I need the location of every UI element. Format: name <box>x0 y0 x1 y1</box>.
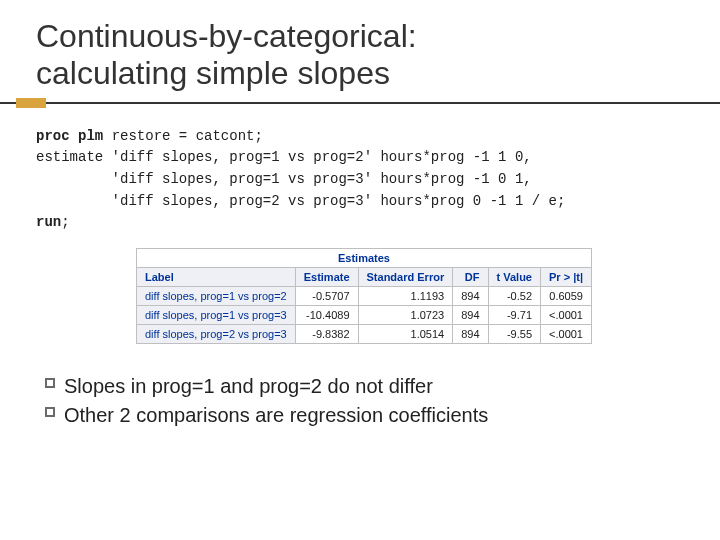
cell-stderr: 1.0514 <box>358 325 453 344</box>
code-line1-rest: restore = catcont; <box>103 128 263 144</box>
kw-plm: plm <box>78 128 103 144</box>
run-semicolon: ; <box>61 214 69 230</box>
cell-p: 0.6059 <box>541 287 592 306</box>
cell-p: <.0001 <box>541 325 592 344</box>
kw-proc: proc <box>36 128 70 144</box>
cell-label: diff slopes, prog=1 vs prog=2 <box>137 287 296 306</box>
cell-estimate: -0.5707 <box>295 287 358 306</box>
cell-df: 894 <box>453 287 488 306</box>
bullet-icon <box>36 372 64 388</box>
cell-label: diff slopes, prog=2 vs prog=3 <box>137 325 296 344</box>
table-row: diff slopes, prog=1 vs prog=2 -0.5707 1.… <box>137 287 592 306</box>
bullet-text: Other 2 comparisons are regression coeff… <box>64 401 684 430</box>
cell-tvalue: -9.55 <box>488 325 540 344</box>
code-block: proc plm restore = catcont; estimate 'di… <box>36 126 684 234</box>
col-label: Label <box>137 268 296 287</box>
cell-estimate: -10.4089 <box>295 306 358 325</box>
cell-stderr: 1.0723 <box>358 306 453 325</box>
list-item: Slopes in prog=1 and prog=2 do not diffe… <box>36 372 684 401</box>
col-p: Pr > |t| <box>541 268 592 287</box>
cell-tvalue: -0.52 <box>488 287 540 306</box>
cell-df: 894 <box>453 306 488 325</box>
bullet-icon <box>36 401 64 417</box>
bullet-list: Slopes in prog=1 and prog=2 do not diffe… <box>36 372 684 430</box>
cell-tvalue: -9.71 <box>488 306 540 325</box>
cell-label: diff slopes, prog=1 vs prog=3 <box>137 306 296 325</box>
title-rule <box>0 98 720 108</box>
code-line4: 'diff slopes, prog=2 vs prog=3' hours*pr… <box>36 193 565 209</box>
cell-estimate: -9.8382 <box>295 325 358 344</box>
table-caption: Estimates <box>137 249 592 268</box>
col-tvalue: t Value <box>488 268 540 287</box>
estimates-table-wrap: Estimates Label Estimate Standard Error … <box>136 248 684 344</box>
cell-stderr: 1.1193 <box>358 287 453 306</box>
table-row: diff slopes, prog=1 vs prog=3 -10.4089 1… <box>137 306 592 325</box>
estimates-table: Estimates Label Estimate Standard Error … <box>136 248 592 344</box>
slide-title: Continuous-by-categorical: calculating s… <box>36 18 684 92</box>
col-estimate: Estimate <box>295 268 358 287</box>
bullet-text: Slopes in prog=1 and prog=2 do not diffe… <box>64 372 684 401</box>
cell-p: <.0001 <box>541 306 592 325</box>
kw-run: run <box>36 214 61 230</box>
code-line2: estimate 'diff slopes, prog=1 vs prog=2'… <box>36 149 532 165</box>
code-line3: 'diff slopes, prog=1 vs prog=3' hours*pr… <box>36 171 532 187</box>
title-line-1: Continuous-by-categorical: <box>36 18 417 54</box>
col-stderr: Standard Error <box>358 268 453 287</box>
table-row: diff slopes, prog=2 vs prog=3 -9.8382 1.… <box>137 325 592 344</box>
list-item: Other 2 comparisons are regression coeff… <box>36 401 684 430</box>
cell-df: 894 <box>453 325 488 344</box>
title-line-2: calculating simple slopes <box>36 55 390 91</box>
table-header-row: Label Estimate Standard Error DF t Value… <box>137 268 592 287</box>
col-df: DF <box>453 268 488 287</box>
